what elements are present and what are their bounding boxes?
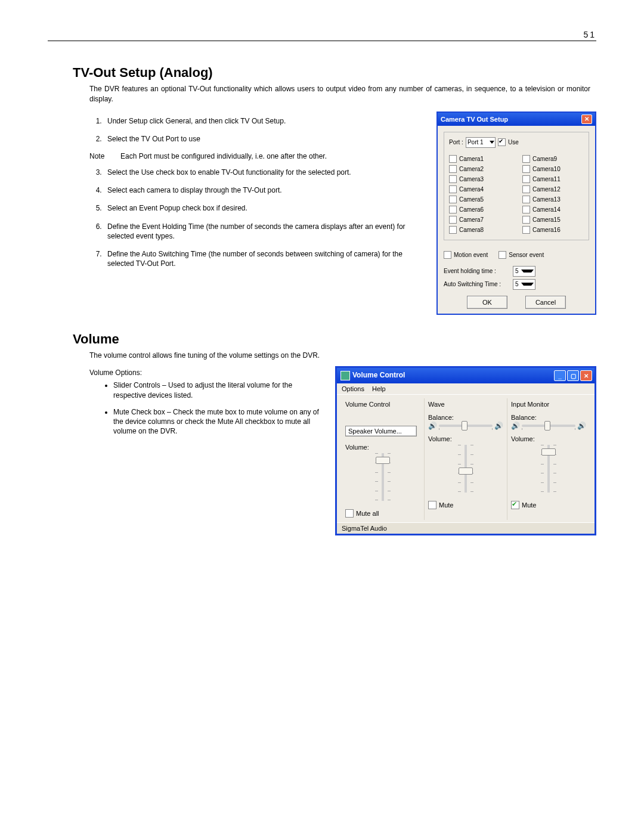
close-icon[interactable]: ✕ (581, 114, 592, 124)
speaker-volume-button[interactable]: Speaker Volume... (345, 426, 417, 436)
mixer-col-input: Input Monitor Balance: 🔊 🔊 Volume: (507, 398, 590, 520)
camera8-checkbox[interactable] (449, 226, 457, 234)
motion-checkbox[interactable] (444, 251, 451, 259)
dlg1-body: Port : Port 1 Use Camera1 Camera2 (438, 126, 595, 314)
camera3-label: Camera3 (459, 176, 484, 182)
col2-volume-slider[interactable] (428, 445, 503, 498)
dlg1-buttons: OK Cancel (444, 296, 589, 309)
chevron-down-icon (521, 270, 534, 272)
minimize-icon[interactable]: _ (554, 370, 566, 381)
note-text: Each Port must be configured individuall… (120, 152, 428, 160)
col1-volume-slider[interactable] (345, 453, 420, 507)
col2-bal-label: Balance: (428, 414, 503, 421)
auto-spinner[interactable]: 5 (513, 279, 535, 290)
dlg2-titlebar: Volume Control _ ▢ ✕ (337, 368, 595, 383)
menu-help[interactable]: Help (372, 385, 386, 392)
window-controls: _ ▢ ✕ (554, 370, 592, 381)
mixer-col-master: Volume Control Speaker Volume... Volume:… (342, 398, 425, 520)
col3-balance-slider[interactable]: 🔊 🔊 (511, 422, 586, 429)
speaker-left-icon: 🔊 (511, 422, 520, 429)
input-mute-checkbox[interactable] (511, 501, 519, 509)
auto-value: 5 (513, 281, 521, 287)
col3-mute: Mute (511, 501, 586, 509)
dlg2-menu: Options Help (337, 383, 595, 395)
use-checkbox[interactable] (498, 138, 506, 146)
camera13-checkbox[interactable] (522, 196, 530, 203)
section2-text-col: Volume Options: Slider Controls – Used t… (89, 364, 327, 535)
volume-options-label: Volume Options: (89, 368, 327, 377)
camera12-checkbox[interactable] (522, 185, 530, 193)
step-2: Select the TV Out Port to use (104, 134, 428, 144)
sensor-checkbox[interactable] (499, 251, 506, 259)
bullet-2: Mute Check box – Check the mute box to m… (113, 407, 327, 436)
cameras-grid: Camera1 Camera2 Camera3 Camera4 Camera5 … (449, 153, 584, 236)
port-select[interactable]: Port 1 (466, 137, 496, 148)
step-3: Select the Use check box to enable TV-Ou… (104, 168, 428, 177)
mute-all-label: Mute all (356, 510, 379, 517)
dlg1-titlebar: Camera TV Out Setup ✕ (438, 113, 595, 126)
port-value: Port 1 (467, 139, 484, 145)
maximize-icon[interactable]: ▢ (567, 370, 579, 381)
mixer-col-wave: Wave Balance: 🔊 🔊 Volume: (425, 398, 507, 520)
dlg1-title-text: Camera TV Out Setup (441, 116, 508, 123)
col3-heading: Input Monitor (511, 401, 586, 408)
camera16-label: Camera16 (532, 227, 561, 233)
col2-heading: Wave (428, 401, 503, 408)
col3-volume-slider[interactable] (511, 445, 586, 498)
section1-intro: The DVR features an optional TV-Out func… (89, 84, 590, 104)
holding-value: 5 (513, 268, 521, 274)
volume-control-dialog: Volume Control _ ▢ ✕ Options Help Volume… (335, 366, 596, 535)
camera9-label: Camera9 (532, 156, 557, 162)
camera2-checkbox[interactable] (449, 165, 457, 173)
close-icon[interactable]: ✕ (580, 370, 592, 381)
col2-balance-slider[interactable]: 🔊 🔊 (428, 422, 503, 429)
page-number: 51 (48, 30, 596, 41)
section2-columns: Volume Options: Slider Controls – Used t… (89, 364, 596, 535)
wave-mute-checkbox[interactable] (428, 501, 436, 509)
port-row: Port : Port 1 Use (449, 137, 584, 148)
holding-spinner[interactable]: 5 (513, 266, 535, 277)
camera9-checkbox[interactable] (522, 155, 530, 163)
camera3-checkbox[interactable] (449, 175, 457, 183)
camera4-checkbox[interactable] (449, 185, 457, 193)
camera11-label: Camera11 (532, 176, 561, 182)
motion-label: Motion event (454, 252, 488, 258)
step-1: Under Setup click General, and then clic… (104, 116, 428, 126)
camera15-label: Camera15 (532, 216, 561, 223)
camera14-label: Camera14 (532, 206, 561, 213)
camera16-checkbox[interactable] (522, 226, 530, 234)
note-row: Note Each Port must be configured indivi… (89, 152, 428, 160)
camera12-label: Camera12 (532, 186, 561, 193)
dialog1-wrap: Camera TV Out Setup ✕ Port : Port 1 Use (436, 112, 596, 315)
camera10-checkbox[interactable] (522, 165, 530, 173)
camera7-checkbox[interactable] (449, 216, 457, 224)
cam-col-right: Camera9 Camera10 Camera11 Camera12 Camer… (522, 153, 584, 236)
camera6-checkbox[interactable] (449, 206, 457, 213)
cancel-button[interactable]: Cancel (525, 296, 566, 309)
mute-all-checkbox[interactable] (345, 509, 354, 518)
camera7-label: Camera7 (459, 216, 484, 223)
step-6: Define the Event Holding Time (the numbe… (104, 222, 428, 241)
col2-mute: Mute (428, 501, 503, 509)
camera5-checkbox[interactable] (449, 196, 457, 203)
step-5: Select an Event Popup check box if desir… (104, 203, 428, 213)
dialog2-wrap: Volume Control _ ▢ ✕ Options Help Volume… (335, 364, 596, 535)
col1-mute: Mute all (345, 509, 420, 518)
camera14-checkbox[interactable] (522, 206, 530, 213)
section2-heading: Volume (73, 332, 596, 347)
col1-vol-label: Volume: (345, 444, 420, 451)
wave-mute-label: Mute (439, 501, 453, 509)
dlg2-statusbar: SigmaTel Audio (337, 522, 595, 534)
camera15-checkbox[interactable] (522, 216, 530, 224)
steps-list-2: Select the Use check box to enable TV-Ou… (89, 168, 428, 268)
menu-options[interactable]: Options (342, 385, 364, 392)
step-4: Select each camera to display through th… (104, 185, 428, 195)
dlg1-group: Port : Port 1 Use Camera1 Camera2 (444, 132, 589, 240)
steps-list: Under Setup click General, and then clic… (89, 116, 428, 144)
col3-vol-label: Volume: (511, 435, 586, 442)
bullet-1: Slider Controls – Used to adjust the lit… (113, 380, 327, 400)
camera11-checkbox[interactable] (522, 175, 530, 183)
use-label: Use (508, 139, 519, 145)
camera1-checkbox[interactable] (449, 155, 457, 163)
ok-button[interactable]: OK (467, 296, 507, 309)
